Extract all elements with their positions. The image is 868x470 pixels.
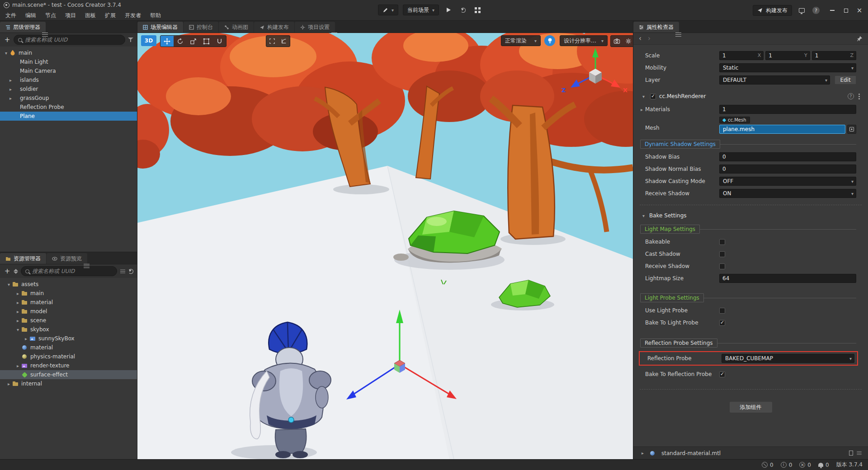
dashboard-button[interactable] (797, 5, 807, 15)
close-button[interactable] (853, 5, 866, 16)
asset-row-scene[interactable]: scene (0, 316, 137, 325)
maximize-button[interactable] (839, 5, 853, 16)
asset-row-physics-material[interactable]: physics-material (0, 352, 137, 361)
asset-row-render-texture[interactable]: render-texture (0, 361, 137, 370)
move-tool-button[interactable] (160, 36, 174, 47)
collapse-arrow-icon[interactable] (3, 51, 9, 56)
restart-button[interactable] (458, 5, 468, 15)
tab-hierarchy[interactable]: 层级管理器 (0, 22, 46, 33)
expand-arrow-icon[interactable] (14, 309, 21, 314)
expand-arrow-icon[interactable] (7, 78, 14, 83)
materials-count-input[interactable] (719, 105, 856, 114)
expand-arrow-icon[interactable] (7, 87, 14, 92)
asset-row-internal[interactable]: internal (0, 379, 137, 388)
expand-arrow-icon[interactable] (14, 291, 21, 296)
menu-panel[interactable]: 面板 (80, 11, 100, 20)
copy-icon[interactable] (849, 451, 853, 456)
menu-node[interactable]: 节点 (41, 11, 61, 20)
hierarchy-node-main-camera[interactable]: Main Camera (0, 66, 137, 75)
layer-select[interactable]: DEFAULT (719, 75, 830, 85)
collapse-arrow-icon[interactable] (640, 94, 647, 99)
hierarchy-node-main-light[interactable]: Main Light (0, 57, 137, 66)
asset-row-surface-effect[interactable]: surface-effect (0, 370, 137, 379)
hierarchy-menu-icon[interactable] (42, 33, 48, 37)
bake-settings-header[interactable]: Bake Settings (640, 212, 856, 219)
notification-counter[interactable]: 0 (818, 462, 829, 468)
shadow-bias-input[interactable] (719, 152, 856, 161)
hierarchy-search-box[interactable] (14, 35, 125, 45)
asset-row-assets[interactable]: assets (0, 280, 137, 289)
hierarchy-node-soldier[interactable]: soldier (0, 85, 137, 94)
layer-edit-button[interactable]: Edit (835, 75, 856, 85)
add-asset-button[interactable]: + (4, 267, 11, 275)
filter-icon[interactable] (128, 38, 133, 42)
collapse-arrow-icon[interactable] (5, 282, 12, 287)
scene-3d-viewport-art[interactable]: X Z (137, 33, 633, 459)
mesh-picker-button[interactable] (847, 125, 856, 134)
help-icon[interactable]: ? (848, 93, 854, 99)
hierarchy-node-grassgoup[interactable]: grassGoup (0, 94, 137, 103)
scale-x-input[interactable] (719, 51, 764, 60)
rect-tool-button[interactable] (200, 36, 213, 47)
layout-grid-button[interactable] (472, 5, 482, 15)
reflection-probe-select[interactable]: BAKED_CUBEMAP (722, 354, 854, 363)
menu-developer[interactable]: 开发者 (120, 11, 146, 20)
tab-animation-graph[interactable]: 动画图 (219, 22, 254, 33)
expand-arrow-icon[interactable] (14, 363, 21, 368)
menu-project[interactable]: 项目 (61, 11, 80, 20)
tab-build[interactable]: 构建发布 (254, 22, 294, 33)
tab-project-settings[interactable]: 项目设置 (295, 22, 335, 33)
assets-search-box[interactable] (21, 266, 117, 276)
render-mode-dropdown[interactable]: 正常渲染 (501, 35, 541, 46)
hierarchy-search-input[interactable] (25, 37, 121, 43)
hierarchy-node-reflection-probe[interactable]: Reflection Probe (0, 103, 137, 112)
add-component-button[interactable]: 添加组件 (729, 401, 773, 413)
mesh-renderer-header[interactable]: cc.MeshRenderer ? (633, 90, 868, 102)
sort-icon[interactable] (14, 269, 18, 274)
scale-z-input[interactable] (812, 51, 856, 60)
expand-arrow-icon[interactable] (639, 451, 646, 456)
material-menu-icon[interactable] (857, 451, 861, 455)
bake-to-light-probe-checkbox[interactable] (719, 320, 725, 326)
nav-back-button[interactable]: ‹ (639, 35, 642, 42)
hierarchy-node-islands[interactable]: islands (0, 75, 137, 85)
current-scene-dropdown[interactable]: 当前场景 (403, 5, 439, 15)
receive-shadow-checkbox[interactable] (719, 263, 725, 269)
refresh-assets-icon[interactable] (128, 269, 133, 274)
asset-row-sunnyskybox[interactable]: sunnySkyBox (0, 334, 137, 343)
menu-file[interactable]: 文件 (1, 11, 21, 20)
log-counter[interactable]: 0 (762, 462, 774, 468)
hierarchy-node-main[interactable]: main (0, 48, 137, 57)
expand-arrow-icon[interactable] (23, 336, 29, 341)
collapse-arrow-icon[interactable] (640, 213, 647, 218)
rotate-tool-button[interactable] (174, 36, 187, 47)
gizmo-space-button[interactable] (213, 36, 226, 47)
scale-tool-button[interactable] (187, 36, 200, 47)
nav-forward-button[interactable]: › (648, 35, 651, 42)
tab-scene-editor[interactable]: 场景编辑器 (137, 22, 183, 33)
rotate-snap-button[interactable] (278, 36, 290, 47)
mobility-select[interactable]: Static (719, 63, 856, 72)
lightmap-size-input[interactable] (719, 274, 856, 283)
shadow-casting-select[interactable]: OFF (719, 177, 856, 186)
viewport-settings-button[interactable] (623, 36, 633, 47)
tab-assets-manager[interactable]: 资源管理器 (0, 253, 46, 264)
add-node-button[interactable]: + (4, 36, 11, 44)
receive-shadow-select[interactable]: ON (719, 189, 856, 198)
expand-arrow-icon[interactable] (7, 96, 14, 101)
frame-snap-button[interactable] (266, 36, 278, 47)
cast-shadow-checkbox[interactable] (719, 251, 725, 257)
expand-arrow-icon[interactable] (14, 300, 21, 305)
scale-y-input[interactable] (765, 51, 810, 60)
asset-row-skybox[interactable]: skybox (0, 325, 137, 334)
pin-icon[interactable] (857, 36, 863, 42)
tab-assets-preview[interactable]: 资源预览 (47, 253, 87, 264)
tab-console[interactable]: 控制台 (184, 22, 218, 33)
menu-edit[interactable]: 编辑 (21, 11, 41, 20)
design-resolution-dropdown[interactable]: 设计分辨率… (560, 35, 608, 46)
material-footer[interactable]: standard-material.mtl (633, 446, 868, 459)
camera-button[interactable] (611, 36, 623, 47)
build-publish-button[interactable]: 构建发布 (753, 5, 792, 16)
asset-row-material-folder[interactable]: material (0, 298, 137, 307)
info-counter[interactable]: 0 (781, 462, 793, 468)
